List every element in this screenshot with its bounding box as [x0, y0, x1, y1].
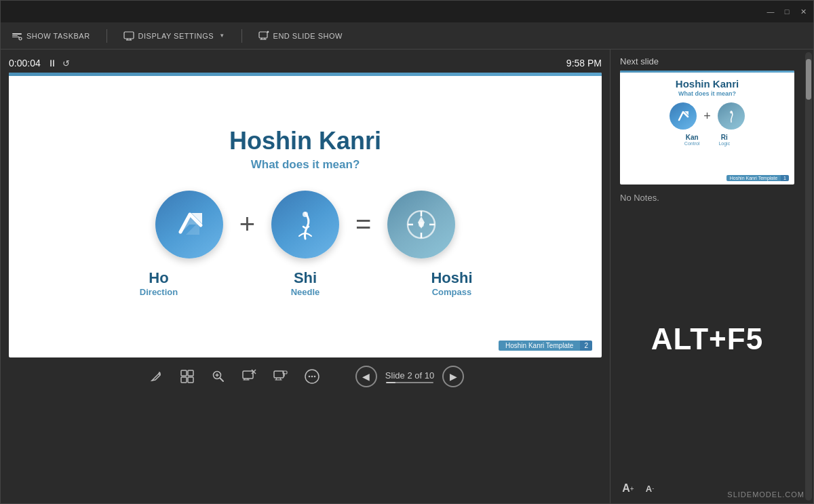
- slide-counter: Slide 2 of 10: [385, 370, 434, 383]
- end-slide-show-icon: [258, 31, 269, 41]
- more-options-button[interactable]: [303, 367, 322, 386]
- scrollbar-thumb[interactable]: [806, 59, 811, 100]
- slide-progress-fill: [386, 382, 395, 383]
- zoom-button[interactable]: [209, 367, 228, 386]
- preview-kan-sub: Control: [684, 141, 700, 146]
- right-panel: Next slide Hoshin Kanri What does it mea…: [610, 50, 813, 503]
- preview-footer: Hoshin Kanri Template 1: [726, 175, 789, 181]
- slideshow-button[interactable]: [271, 367, 290, 386]
- svg-rect-27: [188, 370, 193, 376]
- preview-ri-main: Ri: [721, 134, 728, 141]
- font-controls: A+ A-: [610, 476, 804, 503]
- slide-footer: Hoshin Kanri Template 2: [499, 341, 592, 351]
- svg-rect-9: [259, 32, 267, 38]
- svg-point-3: [19, 37, 22, 40]
- elapsed-timer: 0:00:04: [9, 58, 41, 69]
- ho-circle: [155, 191, 223, 258]
- slide-canvas: Hoshin Kanri What does it mean?: [9, 73, 602, 357]
- prev-slide-button[interactable]: ◀: [355, 366, 377, 387]
- main-content: 0:00:04 ⏸ ↺ 9:58 PM Hoshin Kanri What do…: [1, 50, 813, 503]
- label-shi: Shi Needle: [255, 269, 355, 297]
- slide-counter-text: Slide 2 of 10: [385, 370, 434, 381]
- preview-title: Hoshin Kanri: [676, 78, 739, 90]
- right-panel-inner: Next slide Hoshin Kanri What does it mea…: [610, 50, 813, 503]
- minimize-button[interactable]: —: [766, 7, 775, 16]
- bottom-toolbar: ◀ Slide 2 of 10 ▶: [9, 357, 602, 393]
- pen-tool-button[interactable]: [147, 367, 166, 386]
- display-settings-arrow: ▼: [219, 33, 225, 39]
- svg-point-51: [730, 111, 733, 114]
- next-slide-header: Next slide: [610, 50, 804, 71]
- show-taskbar-button[interactable]: SHOW TASKBAR: [12, 31, 90, 41]
- shortcut-text: ALT+F5: [651, 322, 763, 356]
- preview-ri-circle: [718, 102, 745, 130]
- end-slide-show-button[interactable]: END SLIDE SHOW: [258, 31, 343, 41]
- label-shi-sub: Needle: [291, 287, 320, 297]
- slide-progress-bar: [386, 382, 433, 383]
- scrollbar-track[interactable]: [805, 52, 812, 501]
- label-ho-main: Ho: [149, 269, 168, 287]
- label-hoshi-sub: Compass: [432, 287, 472, 297]
- pause-button[interactable]: ⏸: [47, 58, 57, 69]
- next-slide-preview: Hoshin Kanri What does it mean?: [620, 71, 794, 185]
- title-bar: — □ ✕: [1, 1, 813, 22]
- notes-text: No Notes.: [620, 193, 794, 203]
- label-ho-sub: Direction: [140, 287, 178, 297]
- slide-icons-row: + =: [155, 191, 456, 258]
- svg-rect-2: [12, 37, 19, 37]
- close-button[interactable]: ✕: [798, 7, 808, 16]
- slide-badge-text: Hoshin Kanri Template: [499, 341, 580, 351]
- notes-area: No Notes. ALT+F5: [610, 185, 804, 476]
- timer-controls: ⏸ ↺: [47, 58, 70, 69]
- preview-label-ri: Ri Logic: [718, 134, 730, 146]
- svg-point-18: [303, 212, 308, 217]
- preview-kan-main: Kan: [686, 134, 699, 141]
- scrollbar[interactable]: [804, 50, 813, 503]
- window-frame: — □ ✕ SHOW TASKBAR: [0, 0, 814, 504]
- end-slide-show-label: END SLIDE SHOW: [273, 32, 343, 40]
- preview-icons-row: +: [670, 102, 745, 130]
- svg-rect-34: [243, 371, 253, 379]
- slide-subtitle: What does it mean?: [251, 158, 360, 172]
- preview-ri-sub: Logic: [718, 141, 730, 146]
- slide-navigation: ◀ Slide 2 of 10 ▶: [355, 366, 464, 387]
- svg-rect-1: [12, 35, 18, 36]
- slide-badge-num: 2: [580, 341, 592, 351]
- reset-button[interactable]: ↺: [62, 58, 70, 69]
- preview-inner: Hoshin Kanri What does it mean?: [620, 73, 794, 151]
- slide-title: Hoshin Kanri: [229, 127, 381, 155]
- svg-rect-28: [181, 377, 187, 383]
- plus-operator-1: +: [239, 209, 255, 239]
- font-decrease-button[interactable]: A-: [642, 480, 658, 497]
- hoshi-circle: [387, 191, 455, 258]
- show-taskbar-label: SHOW TASKBAR: [26, 32, 90, 40]
- svg-point-48: [311, 376, 313, 378]
- preview-subtitle: What does it mean?: [678, 90, 736, 97]
- grid-view-button[interactable]: [178, 367, 197, 386]
- black-screen-button[interactable]: [240, 367, 259, 386]
- slide-tools: [147, 367, 322, 386]
- maximize-button[interactable]: □: [782, 7, 792, 16]
- svg-point-25: [419, 222, 424, 227]
- shortcut-display: ALT+F5: [620, 210, 794, 468]
- label-ho: Ho Direction: [109, 269, 209, 297]
- preview-badge-text: Hoshin Kanri Template: [726, 175, 781, 181]
- svg-rect-29: [188, 377, 193, 383]
- label-hoshi-main: Hoshi: [431, 269, 472, 287]
- timer-bar: 0:00:04 ⏸ ↺ 9:58 PM: [9, 55, 602, 73]
- display-settings-icon: [123, 31, 134, 41]
- svg-point-47: [309, 376, 311, 378]
- next-slide-button[interactable]: ▶: [442, 366, 464, 387]
- svg-point-49: [314, 376, 316, 378]
- svg-line-31: [220, 379, 223, 382]
- slide-inner: Hoshin Kanri What does it mean?: [9, 73, 602, 357]
- show-taskbar-icon: [12, 31, 22, 41]
- toolbar-separator-2: [241, 29, 242, 43]
- label-shi-main: Shi: [294, 269, 317, 287]
- font-increase-button[interactable]: A+: [620, 480, 636, 497]
- slide-labels-row: Ho Direction Shi Needle Hoshi Compass: [109, 269, 502, 297]
- svg-rect-26: [181, 370, 187, 376]
- svg-rect-40: [274, 371, 284, 378]
- title-bar-controls: — □ ✕: [766, 7, 808, 16]
- display-settings-button[interactable]: DISPLAY SETTINGS ▼: [123, 31, 225, 41]
